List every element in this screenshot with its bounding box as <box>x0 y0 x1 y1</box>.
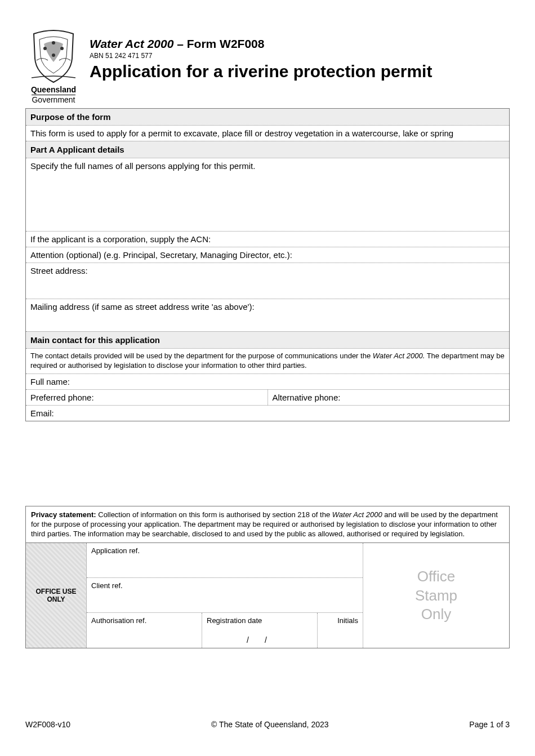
stamp-line1: Office <box>417 568 455 585</box>
street-address-field[interactable]: Street address: <box>26 263 509 299</box>
office-use-line2: ONLY <box>47 595 65 603</box>
alternative-phone-label: Alternative phone: <box>273 393 341 402</box>
privacy-label: Privacy statement: <box>31 510 96 519</box>
svg-point-1 <box>60 47 64 50</box>
part-a-heading: Part A Applicant details <box>26 141 509 158</box>
preferred-phone-field[interactable]: Preferred phone: <box>26 390 268 405</box>
main-title: Application for a riverine protection pe… <box>90 62 432 81</box>
purpose-text: This form is used to apply for a permit … <box>26 125 509 141</box>
svg-point-2 <box>52 41 55 45</box>
office-bottom-row: Authorisation ref. Registration date // … <box>87 613 363 648</box>
stamp-line2: Stamp <box>415 587 457 604</box>
main-contact-heading: Main contact for this application <box>26 331 509 348</box>
main-contact-intro: The contact details provided will be use… <box>26 348 509 373</box>
office-use-row: OFFICE USE ONLY Application ref. Client … <box>26 543 509 648</box>
act-name: Water Act 2000 <box>90 37 173 50</box>
footer-left: W2F008-v10 <box>25 720 70 729</box>
acn-label: If the applicant is a corporation, suppl… <box>30 234 211 244</box>
office-use-label-cell: OFFICE USE ONLY <box>26 543 87 648</box>
registration-date-field[interactable]: Registration date // <box>202 613 318 648</box>
page-container: Queensland Government Water Act 2000 – F… <box>0 0 535 671</box>
date-separators: // <box>237 635 283 644</box>
qld-coat-of-arms-icon <box>28 29 79 85</box>
svg-point-3 <box>52 54 55 57</box>
office-use-line1: OFFICE USE <box>35 588 76 595</box>
privacy-act: Water Act 2000 <box>332 510 382 519</box>
email-label: Email: <box>30 408 54 418</box>
preferred-phone-label: Preferred phone: <box>30 393 94 402</box>
street-address-label: Street address: <box>30 266 88 275</box>
attention-field[interactable]: Attention (optional) (e.g. Principal, Se… <box>26 247 509 263</box>
fullname-label: Full name: <box>30 377 70 386</box>
mailing-address-label: Mailing address (if same as street addre… <box>30 302 255 312</box>
mailing-address-field[interactable]: Mailing address (if same as street addre… <box>26 299 509 331</box>
form-table: Purpose of the form This form is used to… <box>25 108 510 421</box>
application-ref-field[interactable]: Application ref. <box>87 543 363 578</box>
authorisation-ref-label: Authorisation ref. <box>91 616 146 625</box>
privacy-office-box: Privacy statement: Collection of informa… <box>25 506 510 649</box>
client-ref-field[interactable]: Client ref. <box>87 578 363 613</box>
footer-center: © The State of Queensland, 2023 <box>211 720 329 729</box>
privacy-statement: Privacy statement: Collection of informa… <box>26 506 509 544</box>
purpose-heading: Purpose of the form <box>26 109 509 125</box>
registration-date-label: Registration date <box>207 616 262 625</box>
attention-label: Attention (optional) (e.g. Principal, Se… <box>30 250 292 260</box>
application-ref-label: Application ref. <box>91 546 140 555</box>
initials-field[interactable]: Initials <box>318 613 363 648</box>
applicant-names-field[interactable]: Specify the full names of all persons ap… <box>26 158 509 231</box>
page-footer: W2F008-v10 © The State of Queensland, 20… <box>25 720 510 729</box>
authorisation-ref-field[interactable]: Authorisation ref. <box>87 613 202 648</box>
logo-text-line2: Government <box>32 95 75 104</box>
fullname-field[interactable]: Full name: <box>26 373 509 389</box>
logo-column: Queensland Government <box>25 29 82 104</box>
office-mid-column: Application ref. Client ref. Authorisati… <box>87 543 363 648</box>
svg-point-0 <box>43 47 47 50</box>
email-field[interactable]: Email: <box>26 405 509 421</box>
client-ref-label: Client ref. <box>91 581 123 590</box>
office-stamp-cell: Office Stamp Only <box>363 543 509 648</box>
phone-row: Preferred phone: Alternative phone: <box>26 389 509 405</box>
stamp-line3: Only <box>421 606 451 622</box>
logo-text-line1: Queensland <box>31 86 76 94</box>
abn-text: ABN 51 242 471 577 <box>90 52 432 60</box>
main-contact-intro-pre: The contact details provided will be use… <box>30 352 373 360</box>
form-code: – Form W2F008 <box>173 37 264 50</box>
applicant-names-label: Specify the full names of all persons ap… <box>30 161 255 171</box>
initials-label: Initials <box>337 616 358 625</box>
footer-right: Page 1 of 3 <box>469 720 510 729</box>
acn-field[interactable]: If the applicant is a corporation, suppl… <box>26 231 509 247</box>
act-line: Water Act 2000 – Form W2F008 <box>90 37 432 51</box>
privacy-text-pre: Collection of information on this form i… <box>96 510 332 519</box>
main-contact-intro-act: Water Act 2000. <box>373 352 425 360</box>
alternative-phone-field[interactable]: Alternative phone: <box>268 390 510 405</box>
header-block: Queensland Government Water Act 2000 – F… <box>25 29 510 104</box>
title-column: Water Act 2000 – Form W2F008 ABN 51 242 … <box>90 29 432 81</box>
